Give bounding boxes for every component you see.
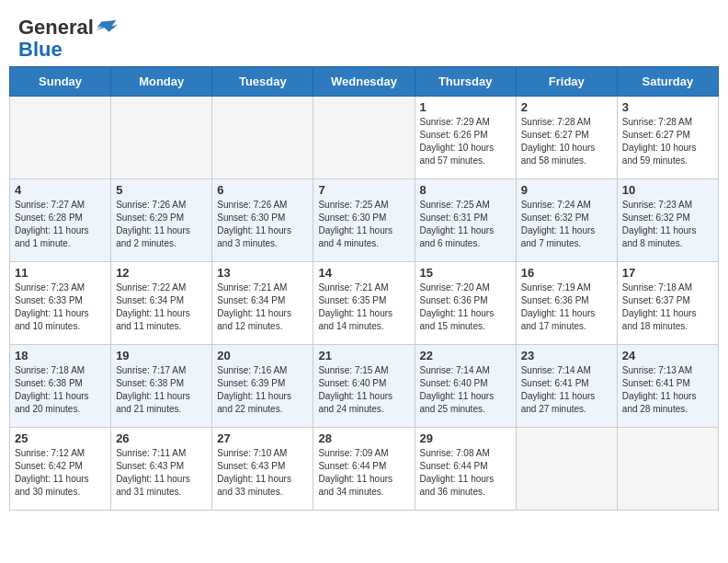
calendar-cell: 18Sunrise: 7:18 AM Sunset: 6:38 PM Dayli… [10, 345, 111, 428]
day-number: 18 [15, 349, 106, 362]
calendar-cell: 27Sunrise: 7:10 AM Sunset: 6:43 PM Dayli… [212, 428, 313, 511]
logo: General Blue [18, 17, 118, 61]
calendar-week-row: 4Sunrise: 7:27 AM Sunset: 6:28 PM Daylig… [10, 179, 719, 262]
day-of-week-header: Sunday [10, 67, 111, 97]
calendar-cell: 20Sunrise: 7:16 AM Sunset: 6:39 PM Dayli… [212, 345, 313, 428]
calendar-cell: 29Sunrise: 7:08 AM Sunset: 6:44 PM Dayli… [415, 428, 516, 511]
logo-general-text: General [18, 17, 94, 39]
calendar-cell: 2Sunrise: 7:28 AM Sunset: 6:27 PM Daylig… [516, 97, 617, 179]
day-number: 17 [622, 266, 713, 280]
calendar-cell: 24Sunrise: 7:13 AM Sunset: 6:41 PM Dayli… [617, 345, 718, 428]
day-info: Sunrise: 7:22 AM Sunset: 6:34 PM Dayligh… [116, 282, 207, 333]
day-number: 16 [521, 266, 612, 280]
calendar-week-row: 1Sunrise: 7:29 AM Sunset: 6:26 PM Daylig… [10, 97, 719, 179]
day-number: 15 [420, 266, 511, 280]
day-info: Sunrise: 7:18 AM Sunset: 6:37 PM Dayligh… [622, 282, 713, 333]
day-info: Sunrise: 7:19 AM Sunset: 6:36 PM Dayligh… [521, 282, 612, 333]
day-of-week-header: Tuesday [212, 67, 313, 97]
day-number: 1 [420, 100, 511, 114]
day-info: Sunrise: 7:25 AM Sunset: 6:30 PM Dayligh… [318, 199, 409, 250]
day-info: Sunrise: 7:14 AM Sunset: 6:41 PM Dayligh… [521, 364, 612, 416]
svg-marker-0 [96, 20, 118, 32]
day-info: Sunrise: 7:27 AM Sunset: 6:28 PM Dayligh… [15, 199, 106, 250]
day-info: Sunrise: 7:12 AM Sunset: 6:42 PM Dayligh… [15, 447, 106, 499]
calendar-cell [617, 428, 718, 511]
calendar-cell: 22Sunrise: 7:14 AM Sunset: 6:40 PM Dayli… [415, 345, 516, 428]
day-number: 8 [420, 183, 511, 197]
calendar-cell: 7Sunrise: 7:25 AM Sunset: 6:30 PM Daylig… [313, 179, 415, 262]
calendar-cell [313, 97, 415, 179]
header: General Blue [9, 9, 719, 66]
calendar-cell: 4Sunrise: 7:27 AM Sunset: 6:28 PM Daylig… [10, 179, 111, 262]
day-info: Sunrise: 7:23 AM Sunset: 6:33 PM Dayligh… [15, 282, 106, 333]
day-info: Sunrise: 7:21 AM Sunset: 6:34 PM Dayligh… [217, 282, 308, 333]
calendar-week-row: 18Sunrise: 7:18 AM Sunset: 6:38 PM Dayli… [10, 345, 719, 428]
day-of-week-header: Friday [516, 67, 617, 97]
day-info: Sunrise: 7:15 AM Sunset: 6:40 PM Dayligh… [318, 364, 409, 416]
calendar-cell: 5Sunrise: 7:26 AM Sunset: 6:29 PM Daylig… [111, 179, 212, 262]
calendar-cell: 15Sunrise: 7:20 AM Sunset: 6:36 PM Dayli… [415, 262, 516, 345]
day-info: Sunrise: 7:11 AM Sunset: 6:43 PM Dayligh… [116, 447, 207, 499]
day-info: Sunrise: 7:18 AM Sunset: 6:38 PM Dayligh… [15, 364, 106, 416]
day-number: 10 [622, 183, 713, 197]
calendar-cell: 21Sunrise: 7:15 AM Sunset: 6:40 PM Dayli… [313, 345, 415, 428]
day-number: 24 [622, 349, 713, 362]
day-number: 27 [217, 431, 308, 445]
calendar-cell: 16Sunrise: 7:19 AM Sunset: 6:36 PM Dayli… [516, 262, 617, 345]
calendar-cell: 3Sunrise: 7:28 AM Sunset: 6:27 PM Daylig… [617, 97, 718, 179]
calendar-cell: 17Sunrise: 7:18 AM Sunset: 6:37 PM Dayli… [617, 262, 718, 345]
day-number: 6 [217, 183, 308, 197]
day-info: Sunrise: 7:28 AM Sunset: 6:27 PM Dayligh… [521, 116, 612, 167]
calendar-cell: 14Sunrise: 7:21 AM Sunset: 6:35 PM Dayli… [313, 262, 415, 345]
calendar-cell [212, 97, 313, 179]
day-number: 14 [318, 266, 409, 280]
calendar-cell: 11Sunrise: 7:23 AM Sunset: 6:33 PM Dayli… [10, 262, 111, 345]
day-of-week-header: Saturday [617, 67, 718, 97]
day-number: 28 [318, 431, 409, 445]
day-number: 13 [217, 266, 308, 280]
calendar-cell: 1Sunrise: 7:29 AM Sunset: 6:26 PM Daylig… [415, 97, 516, 179]
day-number: 12 [116, 266, 207, 280]
day-number: 5 [116, 183, 207, 197]
calendar-cell: 6Sunrise: 7:26 AM Sunset: 6:30 PM Daylig… [212, 179, 313, 262]
day-number: 26 [116, 431, 207, 445]
day-info: Sunrise: 7:16 AM Sunset: 6:39 PM Dayligh… [217, 364, 308, 416]
day-info: Sunrise: 7:10 AM Sunset: 6:43 PM Dayligh… [217, 447, 308, 499]
calendar-cell: 13Sunrise: 7:21 AM Sunset: 6:34 PM Dayli… [212, 262, 313, 345]
day-number: 22 [420, 349, 511, 362]
day-info: Sunrise: 7:09 AM Sunset: 6:44 PM Dayligh… [318, 447, 409, 499]
day-of-week-header: Monday [111, 67, 212, 97]
logo-bird-icon [96, 17, 118, 39]
calendar-cell: 26Sunrise: 7:11 AM Sunset: 6:43 PM Dayli… [111, 428, 212, 511]
day-info: Sunrise: 7:26 AM Sunset: 6:29 PM Dayligh… [116, 199, 207, 250]
day-of-week-header: Thursday [415, 67, 516, 97]
calendar-cell: 19Sunrise: 7:17 AM Sunset: 6:38 PM Dayli… [111, 345, 212, 428]
day-info: Sunrise: 7:21 AM Sunset: 6:35 PM Dayligh… [318, 282, 409, 333]
day-info: Sunrise: 7:29 AM Sunset: 6:26 PM Dayligh… [420, 116, 511, 167]
calendar-cell [516, 428, 617, 511]
calendar-cell [111, 97, 212, 179]
day-info: Sunrise: 7:28 AM Sunset: 6:27 PM Dayligh… [622, 116, 713, 167]
day-number: 9 [521, 183, 612, 197]
day-number: 25 [15, 431, 106, 445]
day-of-week-header: Wednesday [313, 67, 415, 97]
calendar-cell: 12Sunrise: 7:22 AM Sunset: 6:34 PM Dayli… [111, 262, 212, 345]
calendar-cell: 8Sunrise: 7:25 AM Sunset: 6:31 PM Daylig… [415, 179, 516, 262]
logo-blue-text: Blue [18, 38, 63, 61]
calendar-week-row: 25Sunrise: 7:12 AM Sunset: 6:42 PM Dayli… [10, 428, 719, 511]
calendar-cell: 23Sunrise: 7:14 AM Sunset: 6:41 PM Dayli… [516, 345, 617, 428]
calendar-cell [10, 97, 111, 179]
day-info: Sunrise: 7:26 AM Sunset: 6:30 PM Dayligh… [217, 199, 308, 250]
calendar-cell: 10Sunrise: 7:23 AM Sunset: 6:32 PM Dayli… [617, 179, 718, 262]
calendar-table: SundayMondayTuesdayWednesdayThursdayFrid… [9, 66, 719, 511]
calendar-header-row: SundayMondayTuesdayWednesdayThursdayFrid… [10, 67, 719, 97]
day-number: 23 [521, 349, 612, 362]
day-number: 4 [15, 183, 106, 197]
day-number: 2 [521, 100, 612, 114]
day-info: Sunrise: 7:25 AM Sunset: 6:31 PM Dayligh… [420, 199, 511, 250]
day-info: Sunrise: 7:23 AM Sunset: 6:32 PM Dayligh… [622, 199, 713, 250]
day-number: 7 [318, 183, 409, 197]
day-info: Sunrise: 7:14 AM Sunset: 6:40 PM Dayligh… [420, 364, 511, 416]
day-number: 20 [217, 349, 308, 362]
calendar-cell: 25Sunrise: 7:12 AM Sunset: 6:42 PM Dayli… [10, 428, 111, 511]
